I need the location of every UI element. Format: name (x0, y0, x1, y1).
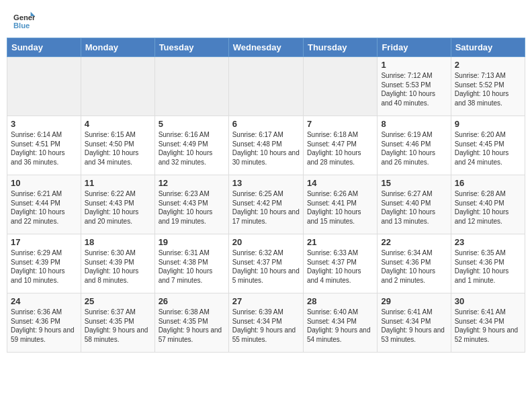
calendar-cell: 12Sunrise: 6:23 AM Sunset: 4:43 PM Dayli… (154, 175, 228, 234)
calendar-cell: 27Sunrise: 6:39 AM Sunset: 4:34 PM Dayli… (228, 293, 303, 353)
day-number: 19 (159, 237, 225, 247)
weekday-wednesday: Wednesday (228, 38, 303, 57)
calendar-cell: 8Sunrise: 6:19 AM Sunset: 4:46 PM Daylig… (378, 116, 451, 175)
weekday-sunday: Sunday (7, 38, 81, 57)
day-number: 24 (11, 296, 77, 306)
day-number: 4 (85, 119, 151, 129)
day-number: 26 (159, 296, 225, 306)
day-number: 5 (159, 119, 225, 129)
day-number: 29 (381, 296, 447, 306)
calendar-cell: 16Sunrise: 6:28 AM Sunset: 4:40 PM Dayli… (451, 175, 525, 234)
day-info: Sunrise: 6:21 AM Sunset: 4:44 PM Dayligh… (11, 189, 77, 226)
week-row-2: 3Sunrise: 6:14 AM Sunset: 4:51 PM Daylig… (7, 116, 525, 175)
calendar-cell: 26Sunrise: 6:38 AM Sunset: 4:35 PM Dayli… (154, 293, 228, 353)
calendar-header: SundayMondayTuesdayWednesdayThursdayFrid… (7, 38, 525, 57)
day-info: Sunrise: 6:33 AM Sunset: 4:37 PM Dayligh… (307, 248, 373, 285)
calendar-cell: 5Sunrise: 6:16 AM Sunset: 4:49 PM Daylig… (154, 116, 228, 175)
calendar-cell: 24Sunrise: 6:36 AM Sunset: 4:36 PM Dayli… (7, 293, 81, 353)
day-number: 6 (232, 119, 300, 129)
calendar-cell: 13Sunrise: 6:25 AM Sunset: 4:42 PM Dayli… (228, 175, 303, 234)
day-number: 18 (85, 237, 151, 247)
logo: General Blue (13, 11, 35, 32)
day-info: Sunrise: 7:12 AM Sunset: 5:53 PM Dayligh… (381, 71, 447, 107)
calendar-cell: 14Sunrise: 6:26 AM Sunset: 4:41 PM Dayli… (303, 175, 377, 234)
day-info: Sunrise: 6:20 AM Sunset: 4:45 PM Dayligh… (455, 130, 521, 167)
day-number: 16 (455, 178, 521, 188)
calendar-cell (154, 57, 228, 116)
day-number: 10 (11, 178, 77, 188)
calendar-cell: 19Sunrise: 6:31 AM Sunset: 4:38 PM Dayli… (154, 234, 228, 293)
day-number: 25 (85, 296, 151, 306)
day-number: 30 (455, 296, 521, 306)
calendar-cell: 1Sunrise: 7:12 AM Sunset: 5:53 PM Daylig… (378, 57, 451, 116)
calendar-cell: 23Sunrise: 6:35 AM Sunset: 4:36 PM Dayli… (451, 234, 525, 293)
weekday-saturday: Saturday (451, 38, 525, 57)
calendar-cell: 7Sunrise: 6:18 AM Sunset: 4:47 PM Daylig… (303, 116, 377, 175)
calendar-cell: 6Sunrise: 6:17 AM Sunset: 4:48 PM Daylig… (228, 116, 303, 175)
day-number: 11 (85, 178, 151, 188)
calendar-cell: 3Sunrise: 6:14 AM Sunset: 4:51 PM Daylig… (7, 116, 81, 175)
day-number: 14 (307, 178, 373, 188)
day-info: Sunrise: 6:40 AM Sunset: 4:34 PM Dayligh… (307, 308, 373, 344)
day-info: Sunrise: 6:31 AM Sunset: 4:38 PM Dayligh… (159, 248, 225, 285)
calendar-wrap: SundayMondayTuesdayWednesdayThursdayFrid… (0, 38, 532, 359)
day-info: Sunrise: 6:17 AM Sunset: 4:48 PM Dayligh… (232, 130, 300, 167)
day-info: Sunrise: 6:32 AM Sunset: 4:37 PM Dayligh… (232, 248, 300, 285)
day-number: 8 (381, 119, 447, 129)
weekday-header-row: SundayMondayTuesdayWednesdayThursdayFrid… (7, 38, 525, 57)
day-info: Sunrise: 6:30 AM Sunset: 4:39 PM Dayligh… (85, 248, 151, 285)
week-row-5: 24Sunrise: 6:36 AM Sunset: 4:36 PM Dayli… (7, 293, 525, 353)
week-row-4: 17Sunrise: 6:29 AM Sunset: 4:39 PM Dayli… (7, 234, 525, 293)
day-number: 15 (381, 178, 447, 188)
day-info: Sunrise: 6:19 AM Sunset: 4:46 PM Dayligh… (381, 130, 447, 167)
calendar-cell (228, 57, 303, 116)
calendar-cell: 18Sunrise: 6:30 AM Sunset: 4:39 PM Dayli… (81, 234, 154, 293)
calendar-table: SundayMondayTuesdayWednesdayThursdayFrid… (7, 38, 525, 353)
calendar-cell: 28Sunrise: 6:40 AM Sunset: 4:34 PM Dayli… (303, 293, 377, 353)
week-row-3: 10Sunrise: 6:21 AM Sunset: 4:44 PM Dayli… (7, 175, 525, 234)
day-number: 7 (307, 119, 373, 129)
svg-text:Blue: Blue (13, 21, 30, 30)
day-number: 1 (381, 60, 447, 70)
calendar-cell: 21Sunrise: 6:33 AM Sunset: 4:37 PM Dayli… (303, 234, 377, 293)
day-info: Sunrise: 6:34 AM Sunset: 4:36 PM Dayligh… (381, 248, 447, 285)
calendar-cell (7, 57, 81, 116)
calendar-cell: 17Sunrise: 6:29 AM Sunset: 4:39 PM Dayli… (7, 234, 81, 293)
weekday-monday: Monday (81, 38, 154, 57)
day-number: 28 (307, 296, 373, 306)
calendar-cell: 20Sunrise: 6:32 AM Sunset: 4:37 PM Dayli… (228, 234, 303, 293)
day-number: 3 (11, 119, 77, 129)
weekday-friday: Friday (378, 38, 451, 57)
calendar-cell (303, 57, 377, 116)
day-number: 27 (232, 296, 300, 306)
day-info: Sunrise: 6:14 AM Sunset: 4:51 PM Dayligh… (11, 130, 77, 167)
weekday-thursday: Thursday (303, 38, 377, 57)
day-info: Sunrise: 6:35 AM Sunset: 4:36 PM Dayligh… (455, 248, 521, 285)
day-number: 23 (455, 237, 521, 247)
calendar-cell: 22Sunrise: 6:34 AM Sunset: 4:36 PM Dayli… (378, 234, 451, 293)
day-info: Sunrise: 6:15 AM Sunset: 4:50 PM Dayligh… (85, 130, 151, 167)
calendar-cell: 2Sunrise: 7:13 AM Sunset: 5:52 PM Daylig… (451, 57, 525, 116)
day-info: Sunrise: 6:16 AM Sunset: 4:49 PM Dayligh… (159, 130, 225, 167)
day-number: 21 (307, 237, 373, 247)
calendar-cell: 15Sunrise: 6:27 AM Sunset: 4:40 PM Dayli… (378, 175, 451, 234)
calendar-cell: 29Sunrise: 6:41 AM Sunset: 4:34 PM Dayli… (378, 293, 451, 353)
day-info: Sunrise: 6:25 AM Sunset: 4:42 PM Dayligh… (232, 189, 300, 226)
day-info: Sunrise: 6:28 AM Sunset: 4:40 PM Dayligh… (455, 189, 521, 226)
day-info: Sunrise: 6:18 AM Sunset: 4:47 PM Dayligh… (307, 130, 373, 167)
day-number: 17 (11, 237, 77, 247)
calendar-cell: 10Sunrise: 6:21 AM Sunset: 4:44 PM Dayli… (7, 175, 81, 234)
calendar-body: 1Sunrise: 7:12 AM Sunset: 5:53 PM Daylig… (7, 57, 525, 353)
day-number: 12 (159, 178, 225, 188)
day-info: Sunrise: 6:37 AM Sunset: 4:35 PM Dayligh… (85, 308, 151, 344)
page-header: General Blue (0, 0, 532, 38)
day-number: 9 (455, 119, 521, 129)
day-info: Sunrise: 6:41 AM Sunset: 4:34 PM Dayligh… (455, 308, 521, 344)
day-number: 2 (455, 60, 521, 70)
calendar-cell: 25Sunrise: 6:37 AM Sunset: 4:35 PM Dayli… (81, 293, 154, 353)
day-info: Sunrise: 6:39 AM Sunset: 4:34 PM Dayligh… (232, 308, 300, 344)
day-info: Sunrise: 6:29 AM Sunset: 4:39 PM Dayligh… (11, 248, 77, 285)
day-info: Sunrise: 6:22 AM Sunset: 4:43 PM Dayligh… (85, 189, 151, 226)
day-info: Sunrise: 6:26 AM Sunset: 4:41 PM Dayligh… (307, 189, 373, 226)
day-info: Sunrise: 6:38 AM Sunset: 4:35 PM Dayligh… (159, 308, 225, 344)
